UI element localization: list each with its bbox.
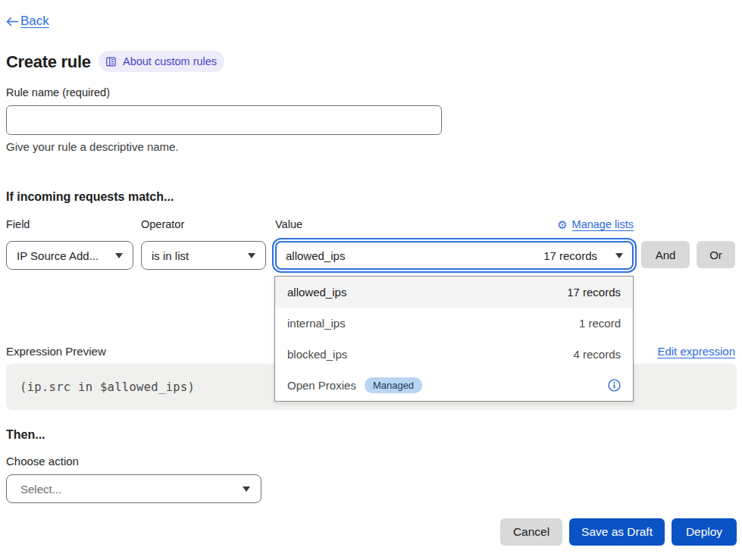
list-item-name: blocked_ips <box>287 348 347 361</box>
chevron-down-icon <box>615 253 623 258</box>
operator-select[interactable]: is in list <box>141 241 266 270</box>
field-column-label: Field <box>6 218 30 230</box>
about-badge-label: About custom rules <box>123 55 217 67</box>
expression-preview-label: Expression Preview <box>6 345 106 358</box>
chevron-down-icon <box>243 486 250 492</box>
cancel-button[interactable]: Cancel <box>500 518 562 546</box>
manage-lists-link[interactable]: ⚙ Manage lists <box>557 218 634 230</box>
chevron-down-icon <box>248 253 255 258</box>
value-combobox-value: allowed_ips <box>286 249 543 262</box>
rule-name-input[interactable] <box>6 105 442 135</box>
book-icon <box>105 56 117 67</box>
rule-name-label: Rule name (required) <box>6 86 110 99</box>
list-item-open-proxies[interactable]: Open Proxies Managed <box>275 370 633 401</box>
operator-column-label: Operator <box>141 218 184 230</box>
list-item-internal-ips[interactable]: internal_ips 1 record <box>275 308 633 339</box>
edit-expression-link[interactable]: Edit expression <box>657 345 735 358</box>
info-icon[interactable] <box>608 379 621 392</box>
list-item-name: Open Proxies <box>287 379 356 392</box>
choose-action-label: Choose action <box>6 455 79 468</box>
rule-name-helper-text: Give your rule a descriptive name. <box>6 140 179 153</box>
value-column-label: Value <box>275 218 302 230</box>
list-item-records: 4 records <box>573 348 621 361</box>
chevron-down-icon <box>115 253 123 258</box>
action-select[interactable]: Select... <box>6 474 261 503</box>
list-item-name: allowed_ips <box>287 286 346 299</box>
back-link[interactable]: Back <box>6 14 49 29</box>
action-select-placeholder: Select... <box>20 483 61 496</box>
list-item-allowed-ips[interactable]: allowed_ips 17 records <box>275 277 633 308</box>
operator-select-value: is in list <box>152 249 189 262</box>
gear-icon: ⚙ <box>557 219 567 230</box>
field-select-value: IP Source Add... <box>17 249 99 262</box>
and-button[interactable]: And <box>641 241 690 268</box>
list-item-records: 17 records <box>567 286 621 299</box>
page-title: Create rule <box>6 52 91 72</box>
back-link-label: Back <box>20 14 49 29</box>
list-item-blocked-ips[interactable]: blocked_ips 4 records <box>275 339 633 370</box>
or-button[interactable]: Or <box>697 241 735 268</box>
managed-badge: Managed <box>365 377 422 394</box>
list-item-name: internal_ips <box>287 317 346 330</box>
save-as-draft-button[interactable]: Save as Draft <box>569 518 665 546</box>
match-section-heading: If incoming requests match... <box>6 190 174 204</box>
list-dropdown: allowed_ips 17 records internal_ips 1 re… <box>274 276 634 402</box>
manage-lists-label: Manage lists <box>572 218 634 230</box>
then-section-heading: Then... <box>6 428 45 442</box>
list-item-records: 1 record <box>579 317 621 330</box>
about-custom-rules-badge[interactable]: About custom rules <box>99 51 224 72</box>
field-select[interactable]: IP Source Add... <box>6 241 133 270</box>
value-combobox[interactable]: allowed_ips 17 records <box>275 241 634 270</box>
deploy-button[interactable]: Deploy <box>672 518 737 546</box>
expression-code: (ip.src in $allowed_ips) <box>20 380 195 394</box>
value-combobox-records: 17 records <box>543 249 597 262</box>
back-arrow-icon <box>6 17 19 27</box>
